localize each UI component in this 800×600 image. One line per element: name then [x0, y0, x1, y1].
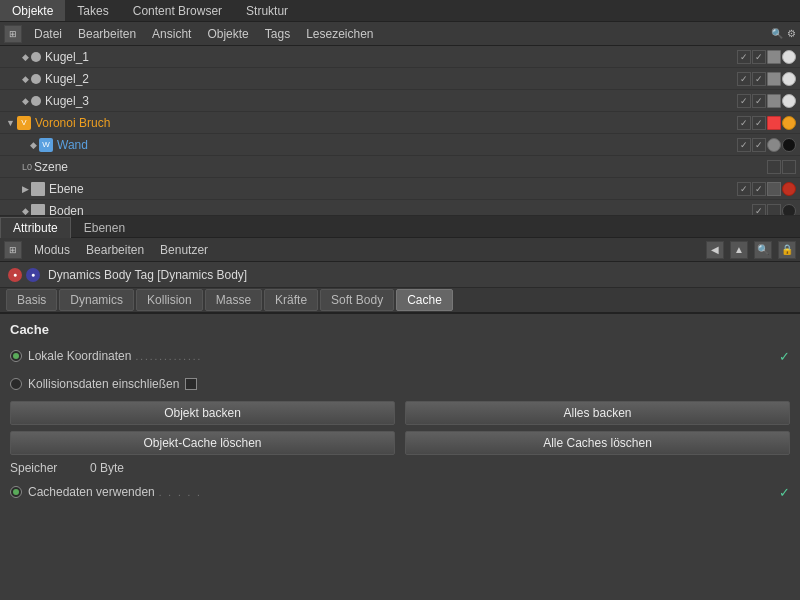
- dyn-tab-cache[interactable]: Cache: [396, 289, 453, 311]
- expand-kugel3: ◆: [22, 96, 29, 106]
- tag2-szene: [782, 160, 796, 174]
- tag2-kugel1: ✓: [752, 50, 766, 64]
- icon-area-wand: W: [39, 138, 53, 152]
- icon-area-ebene: [31, 182, 45, 196]
- tag3-kugel3: [767, 94, 781, 108]
- tag-icons-voronoi: ✓ ✓: [737, 116, 796, 130]
- objekt-cache-loeschen-button[interactable]: Objekt-Cache löschen: [10, 431, 395, 455]
- expand-kugel2: ◆: [22, 74, 29, 84]
- menu-lesezeichen[interactable]: Lesezeichen: [298, 25, 381, 43]
- settings-icon[interactable]: ⚙: [787, 28, 796, 39]
- menu-tags[interactable]: Tags: [257, 25, 298, 43]
- tag4-voronoi: [782, 116, 796, 130]
- tag-icons-row: ● ●: [8, 268, 40, 282]
- tag-check-wand: ✓: [737, 138, 751, 152]
- menu-bar: ⊞ Datei Bearbeiten Ansicht Objekte Tags …: [0, 22, 800, 46]
- obj-color-kugel3: [31, 96, 41, 106]
- search-icon[interactable]: 🔍: [771, 28, 783, 39]
- tag3-kugel1: [767, 50, 781, 64]
- tag-icons-wand: ✓ ✓: [737, 138, 796, 152]
- object-row-boden[interactable]: ◆ Boden ✓: [0, 200, 800, 216]
- attr-menu-benutzer[interactable]: Benutzer: [152, 241, 216, 259]
- obj-name-voronoi: Voronoi Bruch: [35, 116, 737, 130]
- dyn-tab-dynamics[interactable]: Dynamics: [59, 289, 134, 311]
- object-row-szene[interactable]: L0 Szene: [0, 156, 800, 178]
- tab-attribute[interactable]: Attribute: [0, 217, 71, 238]
- object-row-kugel2[interactable]: ◆ Kugel_2 ✓ ✓: [0, 68, 800, 90]
- wand-icon: W: [39, 138, 53, 152]
- expand-wand: ◆: [30, 140, 37, 150]
- tab-content-browser[interactable]: Content Browser: [121, 0, 234, 21]
- ebene-icon: [31, 182, 45, 196]
- cachedaten-label: Cachedaten verwenden: [28, 485, 155, 499]
- attr-menu-bearbeiten[interactable]: Bearbeiten: [78, 241, 152, 259]
- alles-backen-button[interactable]: Alles backen: [405, 401, 790, 425]
- dyn-tab-kraefte[interactable]: Kräfte: [264, 289, 318, 311]
- tag4-kugel2: [782, 72, 796, 86]
- obj-color-kugel2: [31, 74, 41, 84]
- menu-objekte[interactable]: Objekte: [199, 25, 256, 43]
- tag2-kugel2: ✓: [752, 72, 766, 86]
- menu-datei[interactable]: Datei: [26, 25, 70, 43]
- cachedaten-radio[interactable]: [10, 486, 22, 498]
- object-row-kugel3[interactable]: ◆ Kugel_3 ✓ ✓: [0, 90, 800, 112]
- object-row-kugel1[interactable]: ◆ Kugel_1 ✓ ✓: [0, 46, 800, 68]
- attr-menu-bar: ⊞ Modus Bearbeiten Benutzer ◀ ▲ 🔍 🔒: [0, 238, 800, 262]
- search-attr-btn[interactable]: 🔍: [754, 241, 772, 259]
- lokale-dots: ..............: [135, 351, 775, 362]
- tag-info-label: Dynamics Body Tag [Dynamics Body]: [48, 268, 247, 282]
- icon-area-voronoi: V: [17, 116, 31, 130]
- attr-menu-modus[interactable]: Modus: [26, 241, 78, 259]
- cachedaten-dots: . . . . .: [159, 487, 775, 498]
- lokale-radio[interactable]: [10, 350, 22, 362]
- icon-area-kugel3: [31, 96, 41, 106]
- kollisions-label: Kollisionsdaten einschließen: [28, 377, 179, 391]
- tag4-kugel3: [782, 94, 796, 108]
- attr-grid-icon: ⊞: [4, 241, 22, 259]
- object-row-ebene[interactable]: ▶ Ebene ✓ ✓: [0, 178, 800, 200]
- menu-right-icons: 🔍 ⚙: [771, 28, 796, 39]
- cache-section: Cache Lokale Koordinaten .............. …: [0, 314, 800, 517]
- tag-check-voronoi: ✓: [737, 116, 751, 130]
- menu-ansicht[interactable]: Ansicht: [144, 25, 199, 43]
- lock-btn[interactable]: 🔒: [778, 241, 796, 259]
- object-row-voronoi[interactable]: ▼ V Voronoi Bruch ✓ ✓: [0, 112, 800, 134]
- forward-arrow-btn[interactable]: ▲: [730, 241, 748, 259]
- tag2-wand: ✓: [752, 138, 766, 152]
- back-arrow-btn[interactable]: ◀: [706, 241, 724, 259]
- dynamics-tabs: Basis Dynamics Kollision Masse Kräfte So…: [0, 288, 800, 314]
- dyn-tab-masse[interactable]: Masse: [205, 289, 262, 311]
- dyn-tab-softbody[interactable]: Soft Body: [320, 289, 394, 311]
- tag2-voronoi: ✓: [752, 116, 766, 130]
- top-tab-bar: Objekte Takes Content Browser Struktur: [0, 0, 800, 22]
- alle-caches-loeschen-button[interactable]: Alle Caches löschen: [405, 431, 790, 455]
- dyn-tab-basis[interactable]: Basis: [6, 289, 57, 311]
- voronoi-icon: V: [17, 116, 31, 130]
- tab-objekte[interactable]: Objekte: [0, 0, 65, 21]
- speicher-label: Speicher: [10, 461, 80, 475]
- lokale-label: Lokale Koordinaten: [28, 349, 131, 363]
- boden-icon: [31, 204, 45, 217]
- obj-name-kugel2: Kugel_2: [45, 72, 737, 86]
- expand-ebene: ▶: [22, 184, 29, 194]
- object-row-wand[interactable]: ◆ W Wand ✓ ✓: [0, 134, 800, 156]
- objekt-backen-button[interactable]: Objekt backen: [10, 401, 395, 425]
- tag-icons-szene: [767, 160, 796, 174]
- tab-takes[interactable]: Takes: [65, 0, 120, 21]
- tab-ebenen[interactable]: Ebenen: [71, 217, 138, 238]
- tag-icons-kugel2: ✓ ✓: [737, 72, 796, 86]
- tag-icon-blue: ●: [26, 268, 40, 282]
- lokale-check: ✓: [779, 349, 790, 364]
- kollisions-radio[interactable]: [10, 378, 22, 390]
- icon-area-boden: [31, 204, 45, 217]
- menu-bearbeiten[interactable]: Bearbeiten: [70, 25, 144, 43]
- kollisions-checkbox[interactable]: [185, 378, 197, 390]
- obj-name-ebene: Ebene: [49, 182, 737, 196]
- expand-kugel1: ◆: [22, 52, 29, 62]
- tab-struktur[interactable]: Struktur: [234, 0, 300, 21]
- expand-voronoi[interactable]: ▼: [6, 118, 15, 128]
- dyn-tab-kollision[interactable]: Kollision: [136, 289, 203, 311]
- tag2-boden: [767, 204, 781, 217]
- tag-icons-kugel1: ✓ ✓: [737, 50, 796, 64]
- cachedaten-row: Cachedaten verwenden . . . . . ✓: [10, 481, 790, 503]
